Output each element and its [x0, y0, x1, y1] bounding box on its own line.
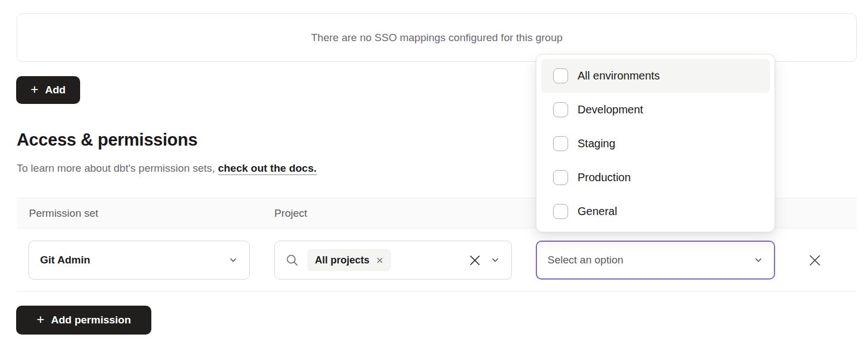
dropdown-option-all-environments[interactable]: All environments [541, 59, 770, 93]
project-tag-label: All projects [315, 255, 369, 266]
checkbox-icon[interactable] [553, 170, 568, 185]
remove-permission-row-icon[interactable] [806, 251, 823, 269]
chevron-down-icon [753, 255, 763, 265]
dropdown-option-staging[interactable]: Staging [541, 127, 770, 161]
permission-set-column-header: Permission set [29, 207, 98, 220]
add-button-label: Add [45, 84, 66, 96]
search-icon [285, 253, 299, 267]
remove-project-tag-icon[interactable] [376, 257, 383, 264]
description-text: To learn more about dbt's permission set… [17, 162, 218, 174]
dropdown-option-label: Development [578, 103, 643, 116]
add-sso-mapping-button[interactable]: + Add [16, 76, 80, 104]
project-tag: All projects [307, 249, 391, 271]
group-settings-page: There are no SSO mappings configured for… [0, 0, 868, 349]
clear-project-selection-icon[interactable] [468, 254, 481, 267]
dropdown-option-label: Staging [578, 137, 615, 150]
plus-icon: + [37, 313, 45, 326]
chevron-down-icon [228, 255, 238, 265]
dropdown-option-general[interactable]: General [541, 195, 770, 228]
access-permissions-description: To learn more about dbt's permission set… [17, 162, 317, 174]
dropdown-option-development[interactable]: Development [541, 93, 770, 127]
access-permissions-title: Access & permissions [17, 130, 198, 150]
project-column-header: Project [274, 207, 307, 220]
add-permission-button[interactable]: + Add permission [16, 306, 151, 335]
checkbox-icon[interactable] [553, 68, 568, 83]
dropdown-option-production[interactable]: Production [541, 161, 770, 195]
dropdown-option-label: General [578, 205, 617, 218]
environment-select[interactable]: Select an option [536, 241, 775, 280]
permission-set-select[interactable]: Git Admin [28, 241, 250, 280]
checkbox-icon[interactable] [553, 136, 568, 151]
docs-link[interactable]: check out the docs. [218, 162, 317, 174]
plus-icon: + [31, 83, 38, 96]
project-multiselect[interactable]: All projects [274, 241, 512, 280]
permission-set-value: Git Admin [40, 254, 90, 266]
dropdown-option-label: All environments [578, 69, 660, 82]
table-row-divider [17, 291, 857, 292]
chevron-down-icon [490, 255, 500, 265]
sso-empty-state-message: There are no SSO mappings configured for… [311, 32, 563, 44]
add-permission-button-label: Add permission [51, 314, 131, 326]
checkbox-icon[interactable] [553, 102, 568, 117]
checkbox-icon[interactable] [553, 204, 568, 219]
dropdown-option-label: Production [578, 171, 631, 184]
environment-placeholder: Select an option [548, 254, 623, 266]
environment-dropdown-menu: All environments Development Staging Pro… [536, 54, 775, 232]
